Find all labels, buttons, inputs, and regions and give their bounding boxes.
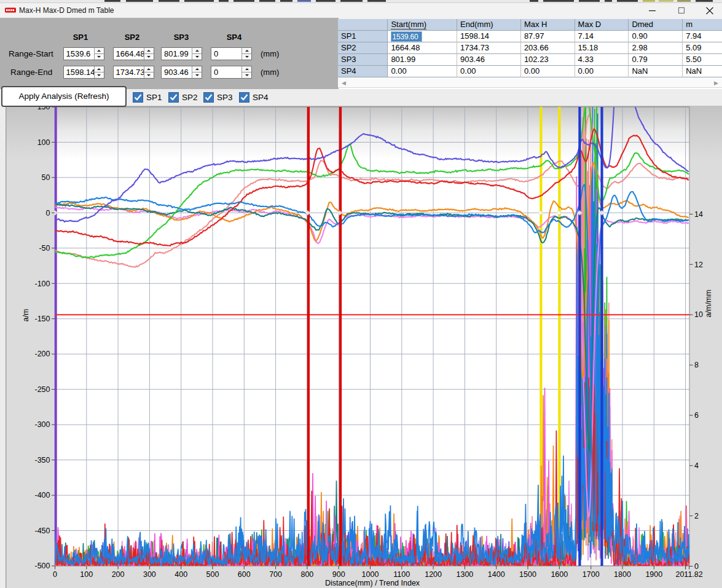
svg-text:600: 600: [238, 570, 251, 579]
svg-text:a/m: a/m: [22, 309, 30, 322]
svg-text:-300: -300: [34, 420, 50, 429]
svg-text:-250: -250: [34, 385, 50, 394]
svg-text:0: 0: [46, 209, 50, 218]
svg-text:500: 500: [206, 570, 219, 579]
svg-text:-350: -350: [34, 456, 50, 465]
svg-text:50: 50: [42, 173, 50, 182]
svg-text:2: 2: [694, 512, 699, 520]
svg-text:1400: 1400: [488, 570, 505, 579]
svg-text:0: 0: [53, 570, 57, 579]
svg-text:1500: 1500: [519, 570, 536, 579]
svg-text:0: 0: [694, 562, 699, 571]
svg-text:700: 700: [269, 570, 282, 579]
svg-text:12: 12: [694, 261, 703, 269]
svg-text:4: 4: [694, 461, 699, 470]
svg-text:6: 6: [694, 411, 699, 420]
svg-text:8: 8: [694, 361, 699, 369]
svg-text:-150: -150: [34, 315, 50, 323]
svg-text:200: 200: [112, 570, 125, 579]
svg-text:1800: 1800: [614, 570, 631, 579]
svg-text:100: 100: [37, 138, 50, 147]
svg-text:1600: 1600: [551, 570, 568, 579]
svg-text:-450: -450: [34, 527, 50, 535]
svg-text:10: 10: [694, 310, 703, 319]
svg-text:2011.82: 2011.82: [675, 570, 702, 579]
svg-text:14: 14: [694, 210, 703, 219]
svg-text:300: 300: [143, 570, 156, 579]
svg-text:-50: -50: [39, 244, 50, 253]
svg-text:Distance(mm) / Trend Index: Distance(mm) / Trend Index: [325, 579, 420, 587]
svg-text:-100: -100: [34, 280, 50, 288]
svg-text:900: 900: [332, 570, 345, 579]
svg-text:-500: -500: [34, 562, 50, 570]
svg-text:800: 800: [300, 570, 313, 579]
svg-text:1300: 1300: [456, 570, 473, 579]
svg-text:-400: -400: [34, 491, 50, 500]
svg-text:400: 400: [175, 570, 187, 579]
svg-text:a/m/mm: a/m/mm: [704, 289, 713, 317]
svg-text:1100: 1100: [393, 570, 410, 579]
svg-text:1700: 1700: [583, 570, 600, 579]
svg-text:1000: 1000: [362, 570, 379, 579]
svg-text:100: 100: [80, 570, 93, 579]
svg-text:-200: -200: [34, 350, 50, 358]
svg-text:1200: 1200: [425, 570, 442, 579]
svg-text:1900: 1900: [645, 570, 662, 579]
